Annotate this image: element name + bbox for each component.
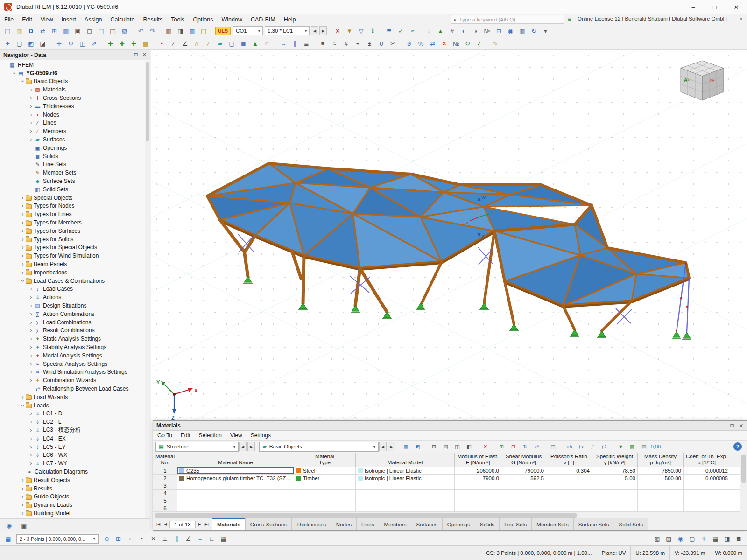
project-objects[interactable]: ⇗ [89, 38, 99, 49]
last-page-button[interactable]: ▶| [204, 522, 210, 526]
tree-item[interactable]: › Types for Members [0, 218, 145, 227]
invert-selection[interactable]: ◪ [37, 38, 48, 49]
table-row[interactable]: 3 [153, 482, 740, 490]
poisson-cell[interactable] [546, 490, 592, 497]
table-row[interactable]: 2 Homogeneous glulam timber TC_T32 (SZ2,… [153, 475, 740, 482]
tree-item[interactable]: › ⇓ LC1 - D [0, 409, 145, 418]
calculate-all[interactable]: ≣ [384, 26, 395, 36]
tree-item[interactable]: › ⇓ LC5 - EY [0, 443, 145, 451]
menu-item[interactable]: Edit [18, 15, 36, 24]
insert-row[interactable]: ⊞ [496, 441, 507, 452]
new-hinge[interactable]: ○ [261, 38, 272, 49]
shear-modulus-cell[interactable] [501, 504, 546, 511]
select-in-graphic[interactable]: ▦ [401, 441, 411, 452]
tree-item[interactable]: ✎ Line Sets [0, 161, 145, 169]
render-solid[interactable]: ◐ [458, 26, 469, 36]
notes[interactable]: ✎ [490, 38, 501, 49]
maximize-button[interactable]: □ [704, 0, 726, 14]
tree-expander-icon[interactable]: › [20, 402, 26, 408]
poisson-cell[interactable] [546, 504, 592, 511]
material-model-cell[interactable] [356, 504, 455, 511]
formula-edit[interactable]: ƒ' [587, 441, 598, 452]
tree-expander-icon[interactable]: › [28, 336, 34, 342]
navigator-scrollbar[interactable] [145, 61, 150, 518]
previous-loading-button[interactable]: ◀ [311, 26, 318, 35]
snap-intersection[interactable]: ✕ [148, 534, 159, 544]
loading-combo[interactable]: 1.30 * LC1 ▾ [265, 26, 310, 35]
tree-expander-icon[interactable]: › [20, 252, 26, 259]
snap-grid[interactable]: ⊞ [113, 534, 124, 544]
material-name-cell[interactable]: Q235 [177, 467, 294, 474]
printout-report[interactable]: ▤ [198, 26, 209, 36]
tree-item[interactable]: › Guide Objects [0, 492, 145, 501]
column-header[interactable]: Modulus of Elast.E [N/mm²] [455, 453, 501, 467]
mass-density-cell[interactable] [638, 490, 684, 497]
tree-item[interactable]: › Load Cases & Combinations [0, 277, 145, 285]
tree-item[interactable]: ◼ Solids [0, 152, 145, 161]
refresh-view[interactable]: ↻ [529, 26, 539, 36]
tree-item[interactable]: › Types for Lines [0, 210, 145, 218]
formula-sum[interactable]: ƒΣ [599, 441, 610, 452]
tree-item[interactable]: › Result Objects [0, 476, 145, 484]
column-header[interactable]: MaterialNo. [153, 453, 177, 467]
help-button[interactable]: ? [733, 442, 742, 451]
table-tab[interactable]: Line Sets [500, 518, 532, 530]
column-header[interactable]: Material Name [177, 453, 294, 467]
material-model-cell[interactable]: Isotropic | Linear Elastic [356, 475, 455, 482]
tree-expander-icon[interactable]: › [11, 70, 18, 76]
specific-weight-cell[interactable] [592, 482, 638, 489]
percent-display[interactable]: % [416, 38, 426, 49]
tree-expander-icon[interactable]: › [28, 136, 34, 143]
tree-item[interactable]: › Loads [0, 401, 145, 410]
tree-expander-icon[interactable]: › [28, 419, 34, 425]
tree-expander-icon[interactable]: › [20, 78, 26, 84]
tree-expander-icon[interactable]: › [28, 377, 34, 384]
table-vertical-scrollbar[interactable] [740, 453, 747, 512]
select-special[interactable]: ◩ [26, 38, 36, 49]
tree-expander-icon[interactable]: › [20, 493, 26, 500]
shear-modulus-cell[interactable] [501, 482, 546, 489]
material-model-cell[interactable] [356, 497, 455, 504]
new-member[interactable]: ∕ [203, 38, 214, 49]
thermal-coeff-cell[interactable]: 0.000005 [684, 475, 730, 482]
show-loads[interactable]: ↓ [423, 26, 434, 36]
tree-item[interactable]: › ∑ Action Combinations [0, 310, 145, 318]
structure-filter-combo[interactable]: ▦ Structure ▾ [155, 442, 239, 452]
first-page-button[interactable]: |◀ [155, 522, 161, 526]
tree-expander-icon[interactable]: › [28, 444, 34, 450]
tree-item[interactable]: › ≈ Wind Simulation Analysis Settings [0, 368, 145, 376]
modulus-cell[interactable] [455, 490, 501, 497]
edit-operations[interactable]: ✦ [2, 38, 13, 49]
filter-loads[interactable]: ▼ [344, 26, 355, 36]
menu-item[interactable]: Results [139, 15, 167, 24]
materials-menu-item[interactable]: Settings [247, 431, 275, 440]
previous-category-button[interactable]: ◀ [379, 442, 387, 451]
tree-expander-icon[interactable]: › [20, 485, 26, 492]
row-number[interactable]: 4 [153, 490, 177, 497]
tree-expander-icon[interactable]: › [20, 211, 26, 217]
design-situation-combo[interactable]: CO1 ▾ [233, 26, 263, 35]
view-options[interactable]: ▾ [540, 26, 551, 36]
select-special-rows[interactable]: ◩ [412, 441, 423, 452]
pin-panel-icon[interactable]: ⊡ [134, 52, 138, 58]
material-model-cell[interactable]: Isotropic | Linear Elastic [356, 467, 455, 474]
table-tab[interactable]: Openings [443, 518, 475, 530]
clipping-box[interactable]: ⊡ [493, 26, 504, 36]
tree-expander-icon[interactable]: › [28, 119, 34, 126]
panel-toggle[interactable]: ◨ [722, 534, 733, 544]
snap-endpoint[interactable]: • [136, 534, 147, 544]
table-row[interactable]: 6 [153, 504, 740, 512]
tree-item[interactable]: › ✦ Combination Wizards [0, 376, 145, 385]
tree-expander-icon[interactable]: › [28, 128, 34, 134]
material-type-cell[interactable] [294, 497, 356, 504]
scrollbar-thumb[interactable] [146, 62, 149, 141]
category-combo[interactable]: ▰ Basic Objects ▾ [259, 442, 379, 452]
divide-line[interactable]: ÷ [352, 38, 363, 49]
tree-item[interactable]: › ▤ Design Situations [0, 301, 145, 310]
table-tab[interactable]: Materials [212, 518, 246, 530]
move-copy[interactable]: ✛ [54, 38, 64, 49]
tree-expander-icon[interactable]: › [28, 112, 34, 118]
column-header[interactable]: Coeff. of Th. Exp.α [1/°C] [684, 453, 730, 467]
tree-item[interactable]: ◆ Surface Sets [0, 177, 145, 185]
tree-expander-icon[interactable]: › [28, 327, 34, 334]
